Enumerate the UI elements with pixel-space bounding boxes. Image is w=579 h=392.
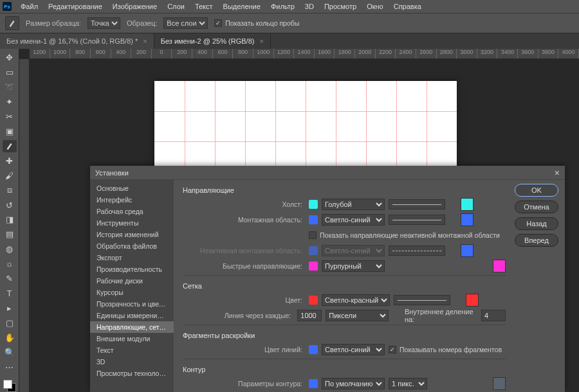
slice-linecolor-select[interactable]: Светло-синий [322, 344, 385, 355]
prefs-category-item[interactable]: Единицы измерения и линейки [90, 310, 174, 321]
dodge-tool[interactable]: ☼ [3, 258, 17, 270]
prefs-category-item[interactable]: История изменений [90, 229, 174, 240]
smart-guide-color-select[interactable]: Пурпурный [322, 260, 385, 272]
menu-filter[interactable]: Фильтр [266, 1, 300, 12]
sample-select[interactable]: Все слои [163, 17, 208, 29]
canvas-guide-color-select[interactable]: Голубой [322, 199, 385, 210]
sample-size-label: Размер образца: [26, 19, 81, 27]
gradient-tool[interactable]: ▤ [3, 228, 17, 240]
prefs-category-item[interactable]: Обработка файлов [90, 240, 174, 252]
path-width-select[interactable]: 1 пикс. [389, 378, 427, 389]
blur-tool[interactable]: ◍ [3, 243, 17, 255]
path-select-tool[interactable]: ▸ [3, 302, 17, 314]
artboard-guide-bigcolor[interactable] [461, 213, 473, 226]
ruler-tick: 0 [152, 49, 172, 58]
menu-type[interactable]: Текст [190, 1, 218, 12]
show-inactive-guides-checkbox[interactable]: Показать направляющие неактивной монтажн… [309, 231, 500, 239]
grid-section-label: Сетка [183, 282, 506, 290]
ruler-tick: 1000 [253, 49, 274, 58]
sample-size-select[interactable]: Точка [87, 17, 120, 29]
move-tool[interactable]: ✥ [3, 51, 17, 64]
menu-image[interactable]: Изображение [107, 1, 162, 12]
cancel-button[interactable]: Отмена [515, 200, 558, 213]
ok-button[interactable]: OK [515, 184, 558, 197]
artboard-guide-color-select[interactable]: Светло-синий [322, 214, 385, 226]
show-ring-checkbox[interactable]: ✓Показать кольцо пробы [214, 19, 299, 27]
crop-tool[interactable]: ✂ [3, 111, 17, 123]
prefs-category-item[interactable]: Инструменты [90, 217, 174, 229]
zoom-tool[interactable]: 🔍 [3, 346, 17, 359]
menu-window[interactable]: Окно [362, 1, 389, 12]
smart-guide-bigcolor[interactable] [493, 260, 506, 272]
document-tab-1-title: Без имени-1 @ 16,7% (Слой 0, RGB/8) * [6, 37, 138, 45]
prefs-category-item[interactable]: Направляющие, сетка и фрагменты [90, 321, 174, 333]
ruler-tick: 1200 [30, 49, 50, 58]
prefs-category-item[interactable]: Внешние модули [90, 333, 174, 344]
ruler-tick: 400 [111, 49, 132, 58]
hand-tool[interactable]: ✋ [3, 332, 17, 344]
grid-color-select[interactable]: Светло-красный [322, 294, 390, 306]
prefs-category-item[interactable]: Текст [90, 344, 174, 356]
history-brush-tool[interactable]: ↺ [3, 199, 17, 211]
prefs-category-item[interactable]: 3D [90, 356, 174, 368]
canvas-guide-bigcolor[interactable] [461, 198, 473, 211]
prefs-category-item[interactable]: Прозрачность и цветовой охват [90, 298, 174, 310]
subdivisions-input[interactable] [481, 310, 506, 321]
menu-select[interactable]: Выделение [218, 1, 266, 12]
close-icon[interactable]: × [259, 37, 263, 45]
marquee-tool[interactable]: ▭ [3, 66, 17, 78]
shape-tool[interactable]: ▢ [3, 317, 17, 329]
heal-tool[interactable]: ✚ [3, 155, 17, 167]
color-swatches[interactable] [3, 380, 16, 392]
grid-bigcolor[interactable] [466, 294, 479, 307]
canvas-guide-style-select[interactable] [389, 199, 445, 209]
menu-file[interactable]: Файл [15, 1, 43, 12]
type-tool[interactable]: T [3, 287, 17, 299]
current-tool-icon[interactable] [5, 16, 19, 30]
frame-tool[interactable]: ▣ [3, 125, 17, 138]
prefs-category-item[interactable]: Основные [90, 183, 174, 194]
path-options-select[interactable]: По умолчанию [322, 378, 385, 389]
wand-tool[interactable]: ✦ [3, 96, 17, 108]
brush-tool[interactable]: 🖌 [3, 170, 17, 182]
ruler-tick: 2200 [376, 49, 396, 58]
eraser-tool[interactable]: ◨ [3, 213, 17, 226]
edit-toolbar[interactable]: ⋯ [3, 361, 17, 373]
document-tab-1[interactable]: Без имени-1 @ 16,7% (Слой 0, RGB/8) * × [0, 33, 154, 49]
next-button[interactable]: Вперед [515, 234, 558, 247]
prefs-category-item[interactable]: Интерфейс [90, 194, 174, 206]
document-tabs: Без имени-1 @ 16,7% (Слой 0, RGB/8) * × … [0, 33, 579, 49]
eyedropper-tool[interactable] [3, 140, 17, 152]
grid-style-select[interactable] [394, 295, 450, 305]
menu-3d[interactable]: 3D [300, 1, 319, 12]
prefs-category-item[interactable]: Производительность [90, 263, 174, 275]
prev-button[interactable]: Назад [515, 217, 558, 230]
close-icon[interactable]: × [143, 37, 147, 45]
prefs-category-item[interactable]: Курсоры [90, 287, 174, 298]
inactive-guide-bigcolor[interactable] [461, 244, 473, 257]
document-tab-2[interactable]: Без имени-2 @ 25% (RGB/8) × [154, 33, 271, 49]
ruler-tick: 1200 [274, 49, 295, 58]
pen-tool[interactable]: ✎ [3, 272, 17, 285]
lasso-tool[interactable]: ➰ [3, 81, 17, 93]
gridline-unit-select[interactable]: Пиксели [326, 310, 389, 321]
subdivisions-label: Внутреннее деление на: [405, 308, 477, 323]
menu-view[interactable]: Просмотр [319, 1, 362, 12]
prefs-content: Направляющие Холст: Голубой Монтажная об… [174, 180, 515, 392]
prefs-category-item[interactable]: Просмотры технологии [90, 368, 174, 379]
gridline-every-input[interactable] [297, 310, 322, 321]
show-slice-numbers-checkbox[interactable]: ✓Показывать номера фрагментов [389, 346, 502, 353]
prefs-category-item[interactable]: Рабочая среда [90, 206, 174, 217]
prefs-category-item[interactable]: Рабочие диски [90, 275, 174, 287]
ruler-tick: 1600 [315, 49, 335, 58]
artboard-guide-style-select[interactable] [389, 215, 445, 225]
menu-layers[interactable]: Слои [162, 1, 190, 12]
menu-help[interactable]: Справка [389, 1, 427, 12]
close-icon[interactable]: × [555, 168, 560, 178]
prefs-category-item[interactable]: Экспорт [90, 252, 174, 263]
stamp-tool[interactable]: ⧈ [3, 184, 17, 197]
ruler-tick: 3000 [457, 49, 477, 58]
grid-color-swatch [309, 296, 318, 305]
ruler-tick: 3600 [518, 49, 538, 58]
menu-edit[interactable]: Редактирование [43, 1, 107, 12]
